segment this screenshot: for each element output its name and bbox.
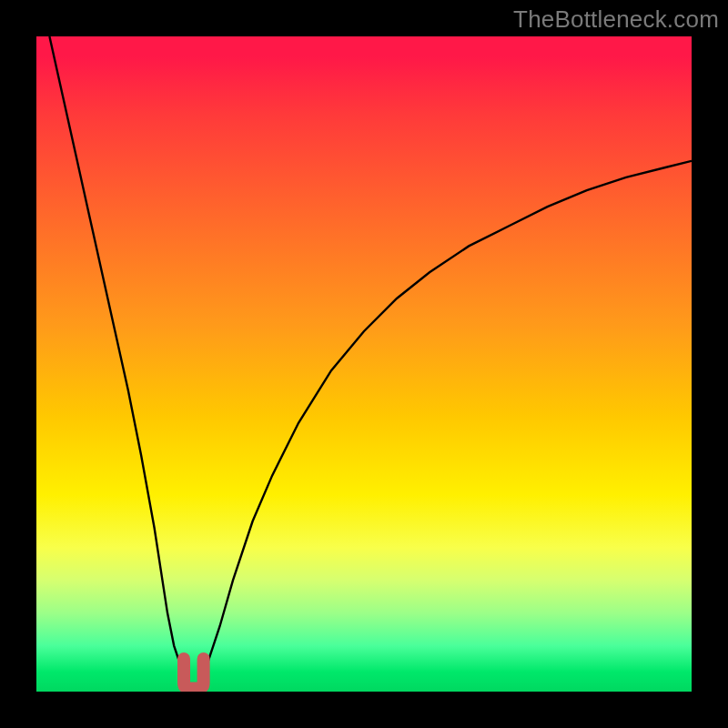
chart-frame: TheBottleneck.com bbox=[0, 0, 728, 728]
curve-left-branch bbox=[49, 36, 187, 679]
chart-plot-area bbox=[36, 36, 692, 692]
valley-marker bbox=[184, 659, 204, 688]
watermark-text: TheBottleneck.com bbox=[513, 5, 719, 34]
curve-right-branch bbox=[200, 161, 692, 679]
chart-svg bbox=[36, 36, 692, 692]
